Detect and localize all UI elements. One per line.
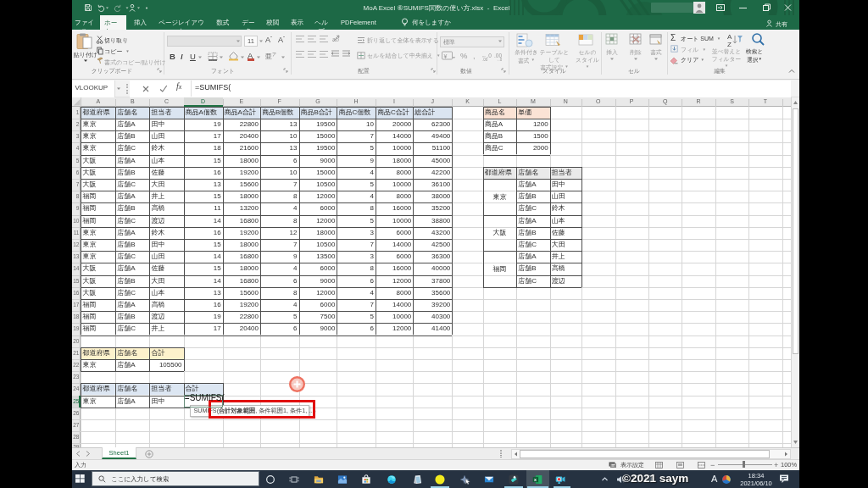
- svg-text:,: ,: [473, 52, 476, 60]
- svg-text:.00: .00: [482, 58, 488, 62]
- svg-text:¥: ¥: [444, 53, 448, 59]
- svg-text:ab: ab: [332, 36, 339, 42]
- svg-text:→.0: →.0: [495, 58, 503, 62]
- svg-text:%: %: [460, 51, 468, 60]
- svg-text:Z: Z: [727, 41, 732, 48]
- svg-text:x: x: [534, 476, 537, 481]
- svg-text:A: A: [727, 33, 732, 41]
